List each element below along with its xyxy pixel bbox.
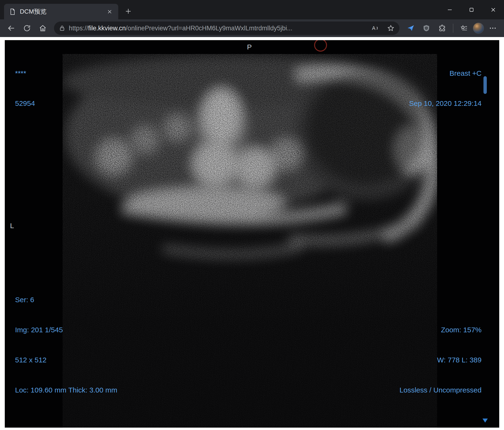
extension-button-blue[interactable] xyxy=(404,21,418,35)
home-icon xyxy=(39,24,47,32)
read-aloud-icon: A xyxy=(371,24,379,32)
svg-text:A: A xyxy=(372,25,376,31)
new-tab-button[interactable] xyxy=(123,6,134,17)
viewer-scroll-down-arrow[interactable] xyxy=(483,419,488,423)
browser-toolbar: https://file.kkview.cn/onlinePreview?url… xyxy=(0,19,504,37)
overlay-bottom-left: Ser: 6 Img: 201 1/545 512 x 512 Loc: 109… xyxy=(15,275,117,415)
browser-titlebar: DCM预览 xyxy=(0,0,504,19)
browser-window: DCM预览 xyxy=(0,0,504,430)
minimize-button[interactable] xyxy=(439,0,460,19)
url-scheme: https:// xyxy=(69,25,88,32)
favorites-hub-icon xyxy=(460,24,468,32)
overlay-bottom-right: Zoom: 157% W: 778 L: 389 Lossless / Unco… xyxy=(400,305,482,415)
overlay-anonymized-name: **** xyxy=(15,68,35,78)
overlay-study-description: Breast +C xyxy=(409,68,482,78)
overlay-window-level: W: 778 L: 389 xyxy=(400,355,482,365)
overlay-compression: Lossless / Uncompressed xyxy=(400,385,482,395)
url-path: /onlinePreview?url=aHR0cHM6Ly9maWxlLmtrd… xyxy=(126,25,293,32)
orientation-marker-posterior: P xyxy=(247,42,252,52)
extensions-button[interactable] xyxy=(435,21,449,35)
overlay-slice-location: Loc: 109.60 mm Thick: 3.00 mm xyxy=(15,385,117,395)
back-button[interactable] xyxy=(4,21,18,35)
browser-tab[interactable]: DCM预览 xyxy=(4,4,118,19)
puzzle-icon xyxy=(438,24,446,32)
overlay-zoom-level: Zoom: 157% xyxy=(400,325,482,335)
add-favorite-button[interactable] xyxy=(385,22,397,34)
favorites-hub-button[interactable] xyxy=(457,21,471,35)
star-icon xyxy=(387,24,395,32)
close-window-button[interactable] xyxy=(482,0,504,19)
mri-scan-image xyxy=(63,54,437,428)
page-background: **** 52954 Breast +C Sep 10, 2020 12:29:… xyxy=(0,37,504,430)
annotation-circle xyxy=(314,40,327,52)
overlay-matrix-size: 512 x 512 xyxy=(15,355,117,365)
overlay-top-left: **** 52954 xyxy=(15,48,35,128)
tab-title: DCM预览 xyxy=(20,7,101,16)
overlay-series-number: Ser: 6 xyxy=(15,295,117,305)
toolbar-divider xyxy=(453,24,453,33)
refresh-button[interactable] xyxy=(20,21,34,35)
shield-extension-icon xyxy=(422,24,431,32)
tab-close-icon[interactable] xyxy=(105,7,114,17)
orientation-marker-left: L xyxy=(10,221,14,231)
lock-icon xyxy=(59,25,65,32)
overlay-image-number: Img: 201 1/545 xyxy=(15,325,117,335)
refresh-icon xyxy=(23,24,31,32)
maximize-button[interactable] xyxy=(460,0,482,19)
profile-avatar[interactable] xyxy=(473,23,484,34)
home-button[interactable] xyxy=(36,21,50,35)
blue-extension-icon xyxy=(406,24,415,32)
ellipsis-icon xyxy=(489,24,497,32)
overlay-study-datetime: Sep 10, 2020 12:29:14 xyxy=(409,99,482,108)
overlay-patient-id: 52954 xyxy=(15,99,35,108)
viewer-scrollbar-thumb[interactable] xyxy=(484,76,487,94)
address-bar[interactable]: https://file.kkview.cn/onlinePreview?url… xyxy=(54,21,399,35)
read-aloud-button[interactable]: A xyxy=(369,22,381,34)
url-text: https://file.kkview.cn/onlinePreview?url… xyxy=(69,25,365,32)
dicom-viewer[interactable]: **** 52954 Breast +C Sep 10, 2020 12:29:… xyxy=(5,40,499,428)
url-domain: file.kkview.cn xyxy=(88,25,126,32)
back-arrow-icon xyxy=(7,24,16,33)
page-favicon-document-icon xyxy=(9,8,16,15)
overlay-top-right: Breast +C Sep 10, 2020 12:29:14 xyxy=(409,48,482,128)
extension-button-shield[interactable] xyxy=(419,21,433,35)
settings-menu-button[interactable] xyxy=(486,21,500,35)
window-controls xyxy=(439,0,504,19)
